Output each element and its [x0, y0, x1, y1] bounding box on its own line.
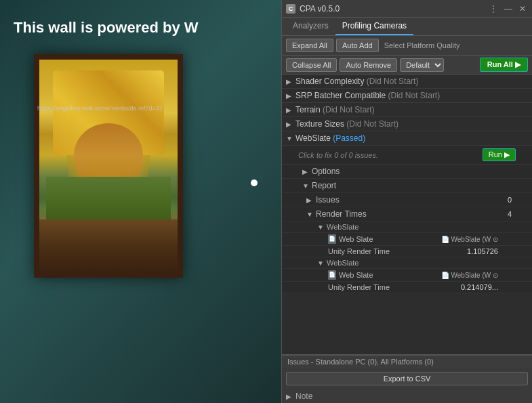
webslate-group1-arrow: ▼ — [317, 224, 324, 231]
bottom-area: Issues - Standalone PC (0), All Platform… — [282, 354, 532, 403]
dot-indicator — [251, 179, 258, 186]
options-label: Options — [312, 167, 340, 176]
collapse-all-button[interactable]: Collapse All — [286, 58, 337, 72]
note-item[interactable]: ▶ Note — [282, 389, 532, 403]
expand-all-button[interactable]: Expand All — [286, 39, 333, 52]
web-slate-row1: 📄 Web Slate 📄 WebSlate (W ⊙ — [282, 233, 532, 246]
platform-quality-select[interactable]: Default — [400, 58, 444, 72]
report-arrow: ▼ — [302, 182, 309, 190]
report-item-header[interactable]: ▼ Report — [282, 179, 532, 193]
web-slate-label2: Web Slate — [339, 271, 441, 279]
web-slate-row2: 📄 Web Slate 📄 WebSlate (W ⊙ — [282, 269, 532, 282]
document-icon1: 📄 — [328, 234, 336, 244]
export-csv-button[interactable]: Export to CSV — [286, 372, 528, 385]
minimize-btn[interactable]: — — [502, 4, 514, 14]
web-slate-icon2-value: 📄 WebSlate (W ⊙ — [441, 272, 498, 279]
run-all-button[interactable]: Run All ▶ — [480, 58, 528, 72]
texture-sizes-label: Texture Sizes — [295, 119, 344, 129]
tabs-bar: Analyzers Profiling Cameras — [282, 18, 532, 36]
webslate-group2-label: WebSlate — [327, 259, 359, 267]
note-label: Note — [295, 391, 312, 401]
render-times-value: 4 — [498, 210, 512, 218]
unity-render-value2: 0.214079... — [461, 283, 498, 291]
web-slate-icon1-value: 📄 WebSlate (W ⊙ — [441, 236, 498, 243]
options-arrow: ▶ — [302, 168, 309, 175]
issues-status-text: Issues - Standalone PC (0), All Platform… — [287, 358, 434, 366]
srp-batcher-status: (Did Not Start) — [386, 91, 440, 100]
texture-sizes-item[interactable]: ▶ Texture Sizes (Did Not Start) — [282, 117, 532, 131]
tab-analyzers[interactable]: Analyzers — [286, 18, 335, 35]
panel-title: CPA v0.5.0 — [300, 4, 487, 14]
issues-arrow: ▶ — [306, 196, 313, 204]
webslate-arrow: ▼ — [286, 135, 293, 142]
cpa-icon: C — [286, 4, 295, 14]
issues-value: 0 — [498, 196, 512, 204]
main-panel: C CPA v0.5.0 ⋮ — ✕ Analyzers Profiling C… — [281, 0, 532, 403]
srp-batcher-arrow: ▶ — [286, 92, 293, 100]
shader-complexity-label: Shader Complexity — [295, 77, 364, 86]
terrain-status: (Did Not Start) — [321, 105, 375, 114]
issues-status-bar: Issues - Standalone PC (0), All Platform… — [282, 355, 532, 368]
painting-inner — [39, 60, 178, 272]
webslate-status: (Passed) — [331, 133, 365, 143]
terrain-label: Terrain — [295, 105, 321, 114]
issues-label: Issues — [316, 195, 340, 205]
webslate-label: WebSlate — [295, 133, 331, 143]
render-times-arrow: ▼ — [306, 211, 313, 218]
more-options-btn[interactable]: ⋮ — [487, 4, 499, 14]
shader-complexity-item[interactable]: ▶ Shader Complexity (Did Not Start) — [282, 75, 532, 89]
webslate-group2-arrow: ▼ — [317, 259, 324, 267]
content-area[interactable]: ▶ Shader Complexity (Did Not Start) ▶ SR… — [282, 75, 532, 354]
document-icon2: 📄 — [328, 270, 336, 280]
issues-item[interactable]: ▶ Issues 0 — [282, 193, 532, 207]
title-bar: C CPA v0.5.0 ⋮ — ✕ — [282, 0, 532, 18]
webslate-item[interactable]: ▼ WebSlate (Passed) — [282, 131, 532, 146]
render-times-item[interactable]: ▼ Render Times 4 — [282, 207, 532, 221]
fix-text: Click to fix 0 of 0 issues. — [298, 151, 478, 159]
title-bar-controls: ⋮ — ✕ — [487, 4, 528, 14]
unity-render-label2: Unity Render Time — [328, 283, 461, 291]
unity-render-label1: Unity Render Time — [328, 247, 467, 255]
srp-batcher-item[interactable]: ▶ SRP Batcher Compatible (Did Not Start) — [282, 89, 532, 103]
report-label: Report — [312, 181, 336, 190]
run-button[interactable]: Run ▶ — [483, 148, 516, 161]
webslate-group1-label: WebSlate — [327, 223, 359, 231]
game-viewport: This wall is powered by W https://artgal… — [0, 0, 281, 403]
terrain-item[interactable]: ▶ Terrain (Did Not Start) — [282, 103, 532, 117]
close-btn[interactable]: ✕ — [517, 4, 528, 14]
render-times-label: Render Times — [316, 209, 367, 219]
painting-frame — [34, 54, 183, 278]
texture-sizes-status: (Did Not Start) — [344, 119, 398, 129]
auto-remove-button[interactable]: Auto Remove — [340, 58, 397, 72]
fix-bar: Click to fix 0 of 0 issues. Run ▶ — [282, 146, 532, 165]
web-slate-label1: Web Slate — [339, 235, 441, 243]
unity-render-value1: 1.105726 — [467, 247, 498, 255]
texture-sizes-arrow: ▶ — [286, 121, 293, 128]
srp-batcher-label: SRP Batcher Compatible — [295, 91, 386, 100]
webslate-group2-header[interactable]: ▼ WebSlate — [282, 257, 532, 269]
export-bar: Export to CSV — [282, 368, 532, 389]
unity-render-row2: Unity Render Time 0.214079... — [282, 282, 532, 293]
unity-render-row1: Unity Render Time 1.105726 — [282, 246, 532, 257]
auto-add-button[interactable]: Auto Add — [336, 39, 379, 52]
shader-complexity-arrow: ▶ — [286, 78, 293, 85]
options-item[interactable]: ▶ Options — [282, 165, 532, 179]
wall-text: This wall is powered by W — [14, 19, 199, 37]
terrain-arrow: ▶ — [286, 106, 293, 114]
webslate-section: Click to fix 0 of 0 issues. Run ▶ ▶ Opti… — [282, 146, 532, 293]
platform-quality-label: Select Platform Quality — [384, 41, 460, 49]
toolbar-row2: Collapse All Auto Remove Default Run All… — [282, 56, 532, 75]
webslate-group1-header[interactable]: ▼ WebSlate — [282, 221, 532, 233]
tab-profiling-cameras[interactable]: Profiling Cameras — [335, 18, 413, 35]
note-arrow: ▶ — [286, 393, 293, 400]
toolbar-row1: Expand All Auto Add Select Platform Qual… — [282, 36, 532, 56]
shader-complexity-status: (Did Not Start) — [364, 77, 418, 86]
painting-url: https://artgallery.web.acme/media/da.ret… — [37, 105, 163, 112]
